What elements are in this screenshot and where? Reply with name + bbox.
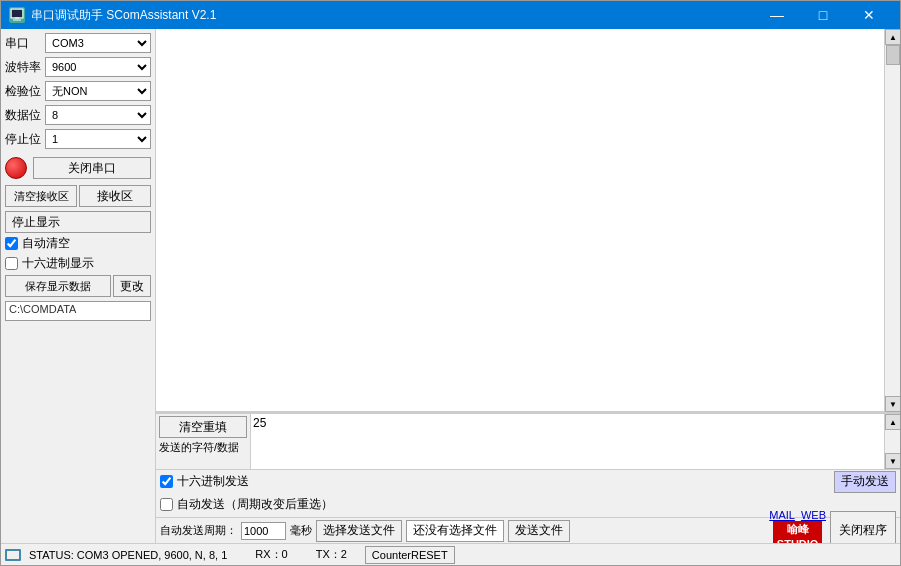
send-file-button[interactable]: 发送文件 bbox=[508, 520, 570, 542]
close-port-button[interactable]: 关闭串口 bbox=[33, 157, 151, 179]
path-display: C:\COMDATA bbox=[5, 301, 151, 321]
scroll-thumb[interactable] bbox=[886, 45, 900, 65]
parity-label: 检验位 bbox=[5, 83, 45, 100]
ms-label: 毫秒 bbox=[290, 523, 312, 538]
send-scroll-track bbox=[885, 430, 900, 453]
studio-branding: 喻峰STUDIO bbox=[773, 521, 823, 543]
status-bar: STATUS: COM3 OPENED, 9600, N, 8, 1 RX：0 … bbox=[1, 543, 900, 565]
scroll-down-arrow[interactable]: ▼ bbox=[885, 396, 900, 412]
hex-send-row: 十六进制发送 bbox=[160, 473, 249, 490]
save-row: 保存显示数据 更改 bbox=[5, 275, 151, 297]
receive-scrollbar[interactable]: ▲ ▼ bbox=[884, 29, 900, 412]
auto-clean-label: 自动清空 bbox=[22, 235, 70, 252]
main-window: 串口调试助手 SComAssistant V2.1 — □ ✕ 串口 COM3 … bbox=[0, 0, 901, 566]
minimize-button[interactable]: — bbox=[754, 1, 800, 29]
recv-action-row: 清空接收区 接收区 bbox=[5, 185, 151, 207]
port-status-indicator bbox=[5, 157, 27, 179]
auto-clean-row: 自动清空 bbox=[5, 235, 151, 252]
main-content: 串口 COM3 波特率 9600 检验位 无NON 数据位 bbox=[1, 29, 900, 543]
stop-bits-select[interactable]: 1 bbox=[45, 129, 151, 149]
title-bar: 串口调试助手 SComAssistant V2.1 — □ ✕ bbox=[1, 1, 900, 29]
status-text: STATUS: COM3 OPENED, 9600, N, 8, 1 bbox=[29, 549, 227, 561]
scroll-track bbox=[885, 45, 900, 396]
select-file-button[interactable]: 选择发送文件 bbox=[316, 520, 402, 542]
data-bits-row: 数据位 8 bbox=[5, 105, 151, 125]
baud-select[interactable]: 9600 bbox=[45, 57, 151, 77]
bottom-panel: 清空重填 发送的字符/数据 25 ▲ ▼ 十六进制发送 bbox=[156, 413, 900, 543]
port-label: 串口 bbox=[5, 35, 45, 52]
baud-row: 波特率 9600 bbox=[5, 57, 151, 77]
monitor-icon bbox=[5, 549, 21, 561]
auto-send-checkbox[interactable] bbox=[160, 498, 173, 511]
change-button[interactable]: 更改 bbox=[113, 275, 151, 297]
window-controls: — □ ✕ bbox=[754, 1, 892, 29]
hex-display-row: 十六进制显示 bbox=[5, 255, 151, 272]
clear-recv-button[interactable]: 清空接收区 bbox=[5, 185, 77, 207]
hex-display-label: 十六进制显示 bbox=[22, 255, 94, 272]
send-area-row: 清空重填 发送的字符/数据 25 ▲ ▼ bbox=[156, 413, 900, 469]
data-bits-select[interactable]: 8 bbox=[45, 105, 151, 125]
right-panel: ▲ ▼ 清空重填 发送的字符/数据 25 bbox=[156, 29, 900, 543]
file-buttons: 选择发送文件 还没有选择文件 发送文件 bbox=[316, 520, 765, 542]
close-program-button[interactable]: 关闭程序 bbox=[830, 511, 896, 544]
send-scroll-down[interactable]: ▼ bbox=[885, 453, 900, 469]
save-display-button[interactable]: 保存显示数据 bbox=[5, 275, 111, 297]
counter-reset-button[interactable]: CounterRESET bbox=[365, 546, 455, 564]
period-input[interactable] bbox=[241, 522, 286, 540]
auto-send-row: 自动发送（周期改变后重选） bbox=[160, 496, 333, 513]
hex-display-checkbox[interactable] bbox=[5, 257, 18, 270]
send-textarea[interactable]: 25 bbox=[251, 414, 884, 469]
scroll-up-arrow[interactable]: ▲ bbox=[885, 29, 900, 45]
recv-area-button[interactable]: 接收区 bbox=[79, 185, 151, 207]
auto-clean-checkbox[interactable] bbox=[5, 237, 18, 250]
receive-area[interactable] bbox=[156, 29, 884, 412]
hex-send-checkbox[interactable] bbox=[160, 475, 173, 488]
auto-send-label: 自动发送（周期改变后重选） bbox=[177, 496, 333, 513]
send-scrollbar[interactable]: ▲ ▼ bbox=[884, 414, 900, 469]
port-select[interactable]: COM3 bbox=[45, 33, 151, 53]
parity-select[interactable]: 无NON bbox=[45, 81, 151, 101]
baud-label: 波特率 bbox=[5, 59, 45, 76]
port-row: 串口 COM3 bbox=[5, 33, 151, 53]
hex-send-label: 十六进制发送 bbox=[177, 473, 249, 490]
app-icon bbox=[9, 7, 25, 23]
rx-text: RX：0 bbox=[255, 547, 287, 562]
send-scroll-up[interactable]: ▲ bbox=[885, 414, 900, 430]
window-title: 串口调试助手 SComAssistant V2.1 bbox=[31, 7, 754, 24]
maximize-button[interactable]: □ bbox=[800, 1, 846, 29]
close-button[interactable]: ✕ bbox=[846, 1, 892, 29]
left-panel: 串口 COM3 波特率 9600 检验位 无NON 数据位 bbox=[1, 29, 156, 543]
data-bits-label: 数据位 bbox=[5, 107, 45, 124]
open-port-row: 关闭串口 bbox=[5, 157, 151, 179]
no-file-label-button: 还没有选择文件 bbox=[406, 520, 504, 542]
stop-bits-row: 停止位 1 bbox=[5, 129, 151, 149]
parity-row: 检验位 无NON bbox=[5, 81, 151, 101]
send-area-label: 发送的字符/数据 bbox=[159, 440, 247, 454]
mail-link[interactable]: MAIL bbox=[769, 509, 795, 521]
stop-display-button[interactable]: 停止显示 bbox=[5, 211, 151, 233]
manual-send-button[interactable]: 手动发送 bbox=[834, 471, 896, 493]
period-label: 自动发送周期： bbox=[160, 523, 237, 538]
clear-send-button[interactable]: 清空重填 bbox=[159, 416, 247, 438]
tx-text: TX：2 bbox=[316, 547, 347, 562]
stop-bits-label: 停止位 bbox=[5, 131, 45, 148]
web-link[interactable]: WEB bbox=[801, 509, 826, 521]
svg-rect-1 bbox=[12, 10, 22, 17]
